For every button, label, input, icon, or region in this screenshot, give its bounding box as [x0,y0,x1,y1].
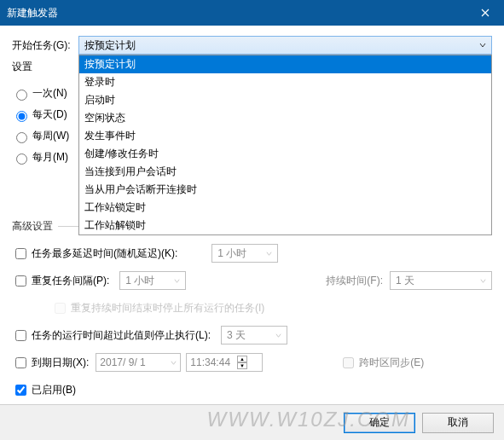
spinner-down-icon[interactable]: ▼ [237,362,247,369]
repeat-checkbox[interactable]: 重复任务间隔(P): [12,273,109,289]
dropdown-option[interactable]: 发生事件时 [79,127,491,145]
chevron-down-icon [266,251,272,257]
chevron-down-icon [479,42,486,49]
repeat-interval-combo[interactable]: 1 小时 [119,271,186,290]
radio-monthly[interactable]: 每月(M) [12,150,87,165]
spinner-up-icon[interactable]: ▲ [237,356,247,362]
radio-daily[interactable]: 每天(D) [12,107,87,122]
close-icon [481,9,490,17]
schedule-radio-group: 一次(N) 每天(D) 每周(W) 每月(M) [12,81,87,209]
dropdown-option[interactable]: 创建/修改任务时 [79,145,491,163]
crosszone-sync-bottom: 跨时区同步(E) [339,355,424,371]
dropdown-option[interactable]: 工作站锁定时 [79,199,491,217]
dropdown-option[interactable]: 启动时 [79,91,491,109]
dropdown-option[interactable]: 按预定计划 [79,55,491,73]
dropdown-option[interactable]: 空闲状态 [79,109,491,127]
begin-task-dropdown[interactable]: 按预定计划 [78,36,492,55]
close-button[interactable] [466,0,504,26]
duration-label: 持续时间(F): [326,274,383,288]
advanced-legend: 高级设置 [12,219,58,234]
begin-task-label: 开始任务(G): [12,38,78,53]
delay-value-combo[interactable]: 1 小时 [211,244,278,263]
begin-task-selected: 按预定计划 [84,38,136,53]
radio-weekly[interactable]: 每周(W) [12,129,87,143]
cancel-button[interactable]: 取消 [422,413,494,433]
dropdown-option[interactable]: 当从用户会话断开连接时 [79,181,491,199]
begin-task-dropdown-list: 按预定计划 登录时 启动时 空闲状态 发生事件时 创建/修改任务时 当连接到用户… [78,55,492,235]
enabled-checkbox[interactable]: 已启用(B) [12,382,76,398]
radio-once[interactable]: 一次(N) [12,86,87,101]
expire-date-picker[interactable]: 2017/ 9/ 1 [96,353,181,372]
expire-time-picker[interactable]: 11:34:44 ▲ ▼ [186,353,263,372]
chevron-down-icon [480,278,486,284]
expire-checkbox[interactable]: 到期日期(X): [12,355,89,371]
duration-combo[interactable]: 1 天 [390,271,492,290]
ok-button[interactable]: 确定 [344,413,415,433]
dialog-footer: 确定 取消 [0,404,504,440]
dropdown-option[interactable]: 登录时 [79,73,491,91]
chevron-down-icon [174,278,180,284]
repeat-stop-checkbox: 重复持续时间结束时停止所有运行的任务(I) [51,300,264,316]
stop-after-combo[interactable]: 3 天 [221,326,287,344]
stop-after-checkbox[interactable]: 任务的运行时间超过此值则停止执行(L): [12,327,211,344]
dropdown-option[interactable]: 工作站解锁时 [79,217,491,234]
chevron-down-icon [171,360,177,366]
dropdown-option[interactable]: 当连接到用户会话时 [79,163,491,181]
window-title: 新建触发器 [7,6,497,20]
title-bar: 新建触发器 [0,0,504,26]
time-spinner[interactable]: ▲ ▼ [237,356,247,369]
chevron-down-icon [275,333,281,339]
delay-checkbox[interactable]: 任务最多延迟时间(随机延迟)(K): [12,246,177,262]
